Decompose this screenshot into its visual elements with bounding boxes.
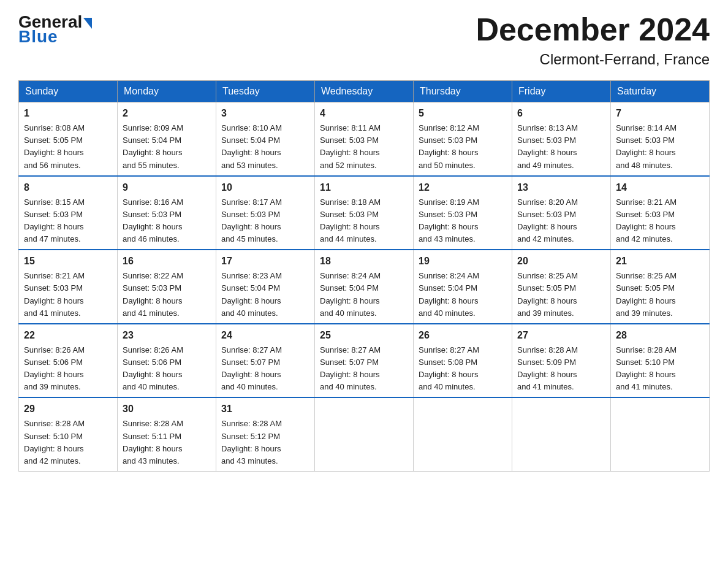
day-number: 7 — [616, 106, 704, 121]
calendar-cell: 5Sunrise: 8:12 AMSunset: 5:03 PMDaylight… — [414, 102, 512, 176]
day-number: 31 — [221, 402, 309, 416]
calendar-cell: 29Sunrise: 8:28 AMSunset: 5:10 PMDayligh… — [19, 397, 118, 471]
day-number: 25 — [320, 328, 408, 343]
day-number: 18 — [320, 254, 408, 269]
calendar-cell: 22Sunrise: 8:26 AMSunset: 5:06 PMDayligh… — [19, 324, 118, 398]
day-number: 17 — [221, 254, 309, 269]
calendar-cell: 11Sunrise: 8:18 AMSunset: 5:03 PMDayligh… — [315, 176, 414, 250]
calendar-cell: 14Sunrise: 8:21 AMSunset: 5:03 PMDayligh… — [611, 176, 710, 250]
calendar-cell: 15Sunrise: 8:21 AMSunset: 5:03 PMDayligh… — [19, 250, 118, 324]
day-info: Sunrise: 8:26 AMSunset: 5:06 PMDaylight:… — [24, 344, 112, 394]
calendar-cell: 19Sunrise: 8:24 AMSunset: 5:04 PMDayligh… — [414, 250, 512, 324]
day-number: 1 — [24, 106, 112, 121]
calendar-cell: 24Sunrise: 8:27 AMSunset: 5:07 PMDayligh… — [216, 324, 315, 398]
day-info: Sunrise: 8:16 AMSunset: 5:03 PMDaylight:… — [123, 196, 211, 246]
day-info: Sunrise: 8:28 AMSunset: 5:11 PMDaylight:… — [123, 418, 211, 467]
calendar-cell: 13Sunrise: 8:20 AMSunset: 5:03 PMDayligh… — [512, 176, 611, 250]
calendar-cell: 31Sunrise: 8:28 AMSunset: 5:12 PMDayligh… — [216, 397, 315, 471]
day-number: 16 — [123, 254, 211, 269]
calendar-cell: 25Sunrise: 8:27 AMSunset: 5:07 PMDayligh… — [315, 324, 414, 398]
calendar-header-friday: Friday — [512, 81, 611, 102]
header: General Blue December 2024 Clermont-Ferr… — [18, 12, 710, 68]
calendar-week-row: 29Sunrise: 8:28 AMSunset: 5:10 PMDayligh… — [19, 397, 710, 471]
day-number: 10 — [221, 180, 309, 195]
day-number: 15 — [24, 254, 112, 269]
day-number: 2 — [123, 106, 211, 121]
day-info: Sunrise: 8:21 AMSunset: 5:03 PMDaylight:… — [24, 270, 112, 320]
day-number: 3 — [221, 106, 309, 121]
calendar-cell: 4Sunrise: 8:11 AMSunset: 5:03 PMDaylight… — [315, 102, 414, 176]
day-number: 5 — [419, 106, 507, 121]
day-info: Sunrise: 8:27 AMSunset: 5:08 PMDaylight:… — [419, 344, 507, 394]
calendar-cell — [512, 397, 611, 471]
calendar-cell: 7Sunrise: 8:14 AMSunset: 5:03 PMDaylight… — [611, 102, 710, 176]
calendar-cell: 28Sunrise: 8:28 AMSunset: 5:10 PMDayligh… — [611, 324, 710, 398]
logo: General Blue — [18, 12, 92, 47]
day-info: Sunrise: 8:09 AMSunset: 5:04 PMDaylight:… — [123, 122, 211, 172]
day-info: Sunrise: 8:22 AMSunset: 5:03 PMDaylight:… — [123, 270, 211, 320]
day-info: Sunrise: 8:25 AMSunset: 5:05 PMDaylight:… — [616, 270, 704, 320]
day-number: 27 — [517, 328, 605, 343]
day-number: 21 — [616, 254, 704, 269]
day-number: 12 — [419, 180, 507, 195]
day-number: 8 — [24, 180, 112, 195]
day-info: Sunrise: 8:24 AMSunset: 5:04 PMDaylight:… — [320, 270, 408, 320]
calendar-cell: 21Sunrise: 8:25 AMSunset: 5:05 PMDayligh… — [611, 250, 710, 324]
day-info: Sunrise: 8:17 AMSunset: 5:03 PMDaylight:… — [221, 196, 309, 246]
calendar-cell — [315, 397, 414, 471]
day-info: Sunrise: 8:28 AMSunset: 5:12 PMDaylight:… — [221, 418, 309, 467]
calendar-week-row: 22Sunrise: 8:26 AMSunset: 5:06 PMDayligh… — [19, 324, 710, 398]
day-info: Sunrise: 8:27 AMSunset: 5:07 PMDaylight:… — [320, 344, 408, 394]
calendar-cell: 30Sunrise: 8:28 AMSunset: 5:11 PMDayligh… — [118, 397, 216, 471]
calendar-header-row: SundayMondayTuesdayWednesdayThursdayFrid… — [19, 81, 710, 102]
day-number: 28 — [616, 328, 704, 343]
calendar-header-tuesday: Tuesday — [216, 81, 315, 102]
calendar-cell: 2Sunrise: 8:09 AMSunset: 5:04 PMDaylight… — [118, 102, 216, 176]
day-number: 4 — [320, 106, 408, 121]
day-number: 13 — [517, 180, 605, 195]
calendar-header-sunday: Sunday — [19, 81, 118, 102]
calendar-cell: 18Sunrise: 8:24 AMSunset: 5:04 PMDayligh… — [315, 250, 414, 324]
calendar-cell: 10Sunrise: 8:17 AMSunset: 5:03 PMDayligh… — [216, 176, 315, 250]
logo-arrow-icon — [83, 18, 92, 29]
calendar-cell: 20Sunrise: 8:25 AMSunset: 5:05 PMDayligh… — [512, 250, 611, 324]
day-info: Sunrise: 8:27 AMSunset: 5:07 PMDaylight:… — [221, 344, 309, 394]
calendar-cell: 6Sunrise: 8:13 AMSunset: 5:03 PMDaylight… — [512, 102, 611, 176]
page-subtitle: Clermont-Ferrand, France — [476, 51, 710, 68]
calendar-cell: 1Sunrise: 8:08 AMSunset: 5:05 PMDaylight… — [19, 102, 118, 176]
day-info: Sunrise: 8:12 AMSunset: 5:03 PMDaylight:… — [419, 122, 507, 172]
calendar-header-saturday: Saturday — [611, 81, 710, 102]
day-info: Sunrise: 8:19 AMSunset: 5:03 PMDaylight:… — [419, 196, 507, 246]
day-info: Sunrise: 8:15 AMSunset: 5:03 PMDaylight:… — [24, 196, 112, 246]
day-info: Sunrise: 8:20 AMSunset: 5:03 PMDaylight:… — [517, 196, 605, 246]
calendar-cell: 3Sunrise: 8:10 AMSunset: 5:04 PMDaylight… — [216, 102, 315, 176]
day-info: Sunrise: 8:13 AMSunset: 5:03 PMDaylight:… — [517, 122, 605, 172]
calendar-header-thursday: Thursday — [414, 81, 512, 102]
day-info: Sunrise: 8:08 AMSunset: 5:05 PMDaylight:… — [24, 122, 112, 172]
day-info: Sunrise: 8:28 AMSunset: 5:09 PMDaylight:… — [517, 344, 605, 394]
day-info: Sunrise: 8:26 AMSunset: 5:06 PMDaylight:… — [123, 344, 211, 394]
day-number: 22 — [24, 328, 112, 343]
calendar-header-wednesday: Wednesday — [315, 81, 414, 102]
calendar-week-row: 1Sunrise: 8:08 AMSunset: 5:05 PMDaylight… — [19, 102, 710, 176]
day-number: 9 — [123, 180, 211, 195]
day-info: Sunrise: 8:28 AMSunset: 5:10 PMDaylight:… — [616, 344, 704, 394]
calendar-cell: 27Sunrise: 8:28 AMSunset: 5:09 PMDayligh… — [512, 324, 611, 398]
day-info: Sunrise: 8:18 AMSunset: 5:03 PMDaylight:… — [320, 196, 408, 246]
calendar-cell: 26Sunrise: 8:27 AMSunset: 5:08 PMDayligh… — [414, 324, 512, 398]
calendar-cell: 23Sunrise: 8:26 AMSunset: 5:06 PMDayligh… — [118, 324, 216, 398]
day-number: 11 — [320, 180, 408, 195]
day-number: 20 — [517, 254, 605, 269]
calendar-cell: 16Sunrise: 8:22 AMSunset: 5:03 PMDayligh… — [118, 250, 216, 324]
day-info: Sunrise: 8:10 AMSunset: 5:04 PMDaylight:… — [221, 122, 309, 172]
day-info: Sunrise: 8:28 AMSunset: 5:10 PMDaylight:… — [24, 418, 112, 467]
day-number: 29 — [24, 402, 112, 416]
calendar-week-row: 15Sunrise: 8:21 AMSunset: 5:03 PMDayligh… — [19, 250, 710, 324]
day-number: 30 — [123, 402, 211, 416]
calendar-table: SundayMondayTuesdayWednesdayThursdayFrid… — [18, 80, 710, 472]
day-info: Sunrise: 8:11 AMSunset: 5:03 PMDaylight:… — [320, 122, 408, 172]
calendar-header-monday: Monday — [118, 81, 216, 102]
day-number: 26 — [419, 328, 507, 343]
calendar-cell: 17Sunrise: 8:23 AMSunset: 5:04 PMDayligh… — [216, 250, 315, 324]
title-area: December 2024 Clermont-Ferrand, France — [476, 12, 710, 68]
